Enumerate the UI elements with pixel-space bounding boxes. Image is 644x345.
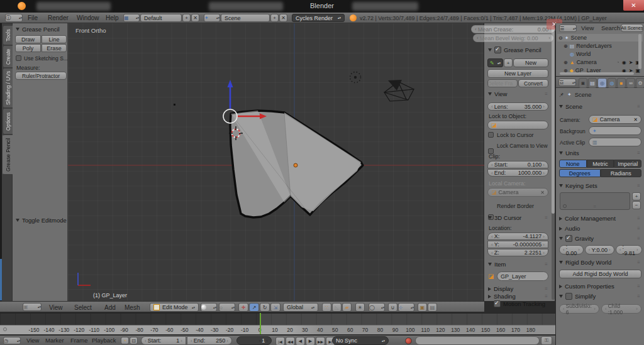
background-set-field[interactable]: ✦ bbox=[589, 126, 641, 135]
lock-range-button[interactable]: ⊡ bbox=[130, 337, 138, 344]
cursor-z-field[interactable]: Z:2.2251 bbox=[487, 249, 548, 256]
clip-end-field[interactable]: End:1000.000 bbox=[487, 169, 548, 177]
tab-world-icon[interactable]: ◍ bbox=[608, 78, 616, 88]
cursor-y-field[interactable]: Y:-0.0000005 bbox=[487, 241, 548, 248]
frame-end-field[interactable]: End:250 bbox=[187, 336, 232, 345]
manipulator-toggle-button[interactable]: ✛ bbox=[238, 303, 248, 312]
viewport-canvas[interactable] bbox=[68, 23, 484, 301]
next-keyframe-button[interactable]: ▶▶ bbox=[316, 337, 325, 345]
menu-add[interactable]: Add bbox=[104, 304, 116, 311]
local-camera-field[interactable]: ◪ Camera ✕ bbox=[487, 188, 548, 197]
viewport-3d[interactable]: Front Ortho bbox=[68, 23, 484, 301]
item-name-field[interactable]: GP_Layer bbox=[497, 271, 548, 281]
current-frame-line[interactable] bbox=[260, 313, 261, 334]
gp-new-button[interactable]: New bbox=[513, 58, 548, 67]
grease-pencil-panel-header[interactable]: Grease Pencil bbox=[16, 26, 65, 33]
lock-object-field[interactable]: ◪ bbox=[487, 121, 548, 129]
gp-panel-header[interactable]: Grease Pencil bbox=[488, 47, 548, 53]
current-frame-field[interactable]: 1 bbox=[236, 336, 272, 345]
tab-tools[interactable]: Tools bbox=[3, 25, 13, 45]
simplify-panel-header[interactable]: Simplify≡ bbox=[559, 293, 641, 300]
x-icon[interactable]: ✕ bbox=[633, 117, 638, 123]
timeline-body[interactable] bbox=[0, 313, 555, 325]
gravity-z-field[interactable]: : -9.81 bbox=[616, 245, 642, 255]
tab-modifiers-icon[interactable]: ⚙ bbox=[636, 78, 644, 88]
menu-help[interactable]: Help bbox=[106, 14, 119, 21]
gp-add-button[interactable]: + bbox=[504, 58, 513, 67]
simplify-child-field[interactable]: Child :1.000 bbox=[601, 304, 641, 314]
units-none-button[interactable]: None bbox=[559, 160, 587, 168]
gravity-y-field[interactable]: Y:0.00 bbox=[585, 245, 614, 255]
units-radians-button[interactable]: Radians bbox=[601, 169, 642, 177]
snap-toggle-button[interactable]: ∪ bbox=[388, 303, 397, 312]
lamp-object[interactable] bbox=[350, 72, 361, 83]
keying-sets-panel-header[interactable]: Keying Sets≡ bbox=[559, 182, 641, 189]
units-metric-button[interactable]: Metric bbox=[587, 160, 614, 168]
shading-panel-header[interactable]: Shading≡ bbox=[488, 293, 548, 300]
x-icon[interactable]: ✕ bbox=[540, 190, 545, 195]
timeline-menu-frame[interactable]: Frame bbox=[70, 337, 87, 344]
menu-select[interactable]: Select bbox=[74, 304, 92, 311]
outliner-menu-search[interactable]: Search bbox=[601, 25, 620, 31]
cursor-x-field[interactable]: X:-4.1127 bbox=[487, 233, 548, 240]
select-arrow-icon[interactable]: ➤ bbox=[629, 60, 633, 65]
menu-mesh[interactable]: Mesh bbox=[125, 304, 140, 311]
play-reverse-button[interactable]: ◀ bbox=[296, 337, 305, 345]
preview-range-button[interactable]: ◔ bbox=[121, 337, 129, 344]
lock-to-cursor-checkbox[interactable] bbox=[488, 132, 494, 138]
keying-sets-list[interactable]: = bbox=[560, 192, 630, 210]
custom-properties-panel-header[interactable]: Custom Properties≡ bbox=[559, 283, 641, 290]
pivot-point-select[interactable]: ◌▴▾ bbox=[219, 303, 235, 312]
color-management-panel-header[interactable]: Color Management≡ bbox=[559, 215, 641, 222]
tab-constraints-icon[interactable]: ∞ bbox=[626, 78, 635, 88]
menu-view[interactable]: View bbox=[49, 304, 63, 311]
tab-scene-icon[interactable]: ◎ bbox=[597, 78, 607, 88]
scrollbar-thumb[interactable] bbox=[552, 25, 555, 214]
close-button[interactable]: ✕ bbox=[623, 0, 644, 11]
orientation-select[interactable]: Global▴▾ bbox=[283, 303, 318, 312]
tab-render-layers-icon[interactable]: ▤ bbox=[588, 78, 597, 88]
gravity-x-field[interactable]: : 0.00 bbox=[559, 245, 584, 255]
render-opengl-anim-button[interactable]: ▤ bbox=[428, 303, 437, 312]
timeline-menu-view[interactable]: View bbox=[26, 337, 39, 344]
cursor-panel-header[interactable]: 3D Cursor≡ bbox=[488, 214, 548, 221]
rigid-body-panel-header[interactable]: Rigid Body World≡ bbox=[559, 259, 641, 266]
outliner-menu-view[interactable]: View bbox=[581, 25, 594, 31]
screen-layout-field[interactable]: Default bbox=[140, 14, 182, 22]
scene-panel-header[interactable]: Scene≡ bbox=[559, 103, 641, 110]
outliner-vscrollbar[interactable] bbox=[638, 34, 641, 69]
active-clip-field[interactable]: ▥ bbox=[589, 138, 641, 146]
keying-set-field[interactable] bbox=[415, 336, 540, 345]
timeline-menu-playback[interactable]: Playback bbox=[92, 337, 116, 344]
tab-render-icon[interactable]: ◙ bbox=[579, 78, 587, 88]
motion-tracking-panel-header[interactable]: Motion Tracking bbox=[488, 300, 548, 307]
gravity-panel-header[interactable]: Gravity≡ bbox=[559, 235, 641, 242]
snap-element-select[interactable]: ⊹▴▾ bbox=[398, 303, 414, 312]
edge-select-button[interactable]: ◺ bbox=[332, 303, 341, 312]
play-button[interactable]: ▶ bbox=[306, 337, 315, 345]
screen-layout-delete-button[interactable]: ✕ bbox=[191, 14, 199, 22]
proportional-edit-select[interactable]: ◯▴▾ bbox=[369, 303, 385, 312]
keying-set-key-button[interactable]: ⚿ bbox=[541, 336, 552, 345]
units-panel-header[interactable]: Units≡ bbox=[559, 150, 641, 156]
timeline-ruler[interactable]: -150-140-130-120-110-100-90-80-70-60-50-… bbox=[0, 325, 555, 334]
audio-panel-header[interactable]: Audio≡ bbox=[559, 225, 641, 232]
jump-to-start-button[interactable]: |◀ bbox=[275, 337, 285, 345]
expand-icon[interactable]: ⊕ bbox=[564, 60, 568, 65]
scene-delete-button[interactable]: ✕ bbox=[279, 14, 287, 22]
add-rigid-body-world-button[interactable]: Add Rigid Body World bbox=[559, 270, 641, 278]
convert-button[interactable]: Convert bbox=[518, 79, 548, 87]
occlude-geometry-button[interactable]: ✳ bbox=[355, 303, 365, 312]
poly-button[interactable]: Poly bbox=[15, 44, 41, 52]
menu-file[interactable]: File bbox=[28, 14, 38, 21]
screen-layout-browse-button[interactable]: ▦▴▾ bbox=[123, 14, 140, 22]
gp-panel-checkbox[interactable] bbox=[494, 47, 501, 53]
delete-frame-button[interactable]: Delete Fra... bbox=[487, 79, 518, 87]
screen-layout-add-button[interactable]: + bbox=[182, 14, 191, 22]
editor-type-button[interactable]: ▣▴▾ bbox=[23, 303, 42, 311]
clip-start-field[interactable]: Start:0.100 bbox=[487, 161, 548, 168]
paper-boat-object[interactable] bbox=[384, 80, 414, 101]
scene-add-button[interactable]: + bbox=[270, 14, 279, 22]
timeline-menu-marker[interactable]: Marker bbox=[45, 337, 64, 344]
outliner-row-camera[interactable]: ⊕ ▲ Camera ◔ ◉ ➤ ▣ bbox=[564, 58, 643, 66]
